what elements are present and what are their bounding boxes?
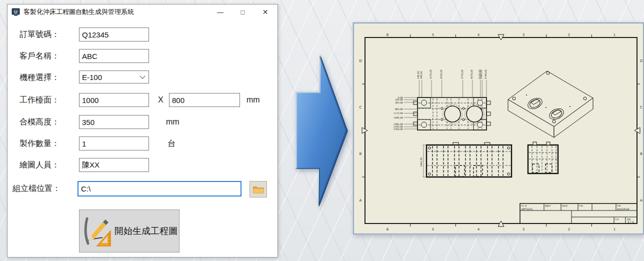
- plan-view-top-dimensions: 140,00 360,00 1170,00 2020,00 3770,00 45…: [417, 70, 487, 97]
- dimension-label: 165,00: [395, 98, 403, 101]
- zone-letter: C: [360, 106, 362, 110]
- process-arrow-icon: [284, 52, 350, 208]
- dimension-label: 5740,00: [484, 70, 487, 79]
- titleblock-approver-label: 核准者: [562, 204, 568, 207]
- zone-number: 3: [522, 228, 524, 232]
- zone-letter: A: [360, 198, 362, 202]
- browse-folder-button[interactable]: [250, 181, 267, 198]
- worktable-label: 工作檯面：: [20, 93, 60, 107]
- titleblock-designer-label: 設計者: [522, 204, 528, 207]
- worktable-separator: X: [158, 93, 164, 107]
- desktop-background: 客製化沖床工程圖自動生成與管理系統 — □ ✕ 訂單號碼： 客戶名稱： 機種選擇…: [0, 0, 644, 261]
- worktable-depth-input[interactable]: [169, 93, 240, 107]
- titleblock-date-label: 日期: [579, 204, 583, 207]
- worktable-unit: mm: [246, 93, 260, 107]
- die-height-input[interactable]: [79, 115, 149, 129]
- dimension-label: 1985,00: [394, 123, 403, 126]
- quantity-unit: 台: [168, 136, 176, 150]
- zone-number: 5: [432, 33, 434, 37]
- close-button[interactable]: ✕: [254, 4, 276, 20]
- dimension-label: 1175,00: [394, 112, 403, 114]
- zone-letter: A: [640, 198, 642, 202]
- generate-drawing-button[interactable]: 開始生成工程圖: [79, 210, 180, 252]
- title-block: 設計者 HM71201 檢查者 核准者 日期 日期 2022/6/24 比例 頁…: [520, 204, 637, 224]
- app-icon: [12, 8, 20, 16]
- maximize-button[interactable]: □: [232, 4, 254, 20]
- zone-number: 2: [568, 228, 570, 232]
- titleblock-checker-label: 檢查者: [545, 204, 551, 207]
- drafting-icon: [84, 214, 112, 248]
- zone-number: 6: [386, 228, 389, 232]
- titleblock-date-value: 2022/6/24: [617, 208, 630, 210]
- assembly-path-input[interactable]: [78, 181, 242, 196]
- chevron-down-icon: [140, 73, 145, 78]
- dimension-label: 4570,00: [470, 70, 473, 79]
- zone-number: 1: [614, 33, 616, 37]
- dimension-label: 5380,00: [480, 70, 482, 79]
- zone-number: 3: [522, 33, 524, 37]
- dimension-label: 140,00: [417, 71, 420, 79]
- dimension-label: 365,00: [395, 102, 403, 104]
- titleblock-scale-label: 比例: [615, 218, 619, 220]
- quantity-input[interactable]: [79, 136, 149, 150]
- customer-name-label: 客戶名稱：: [20, 49, 60, 63]
- zone-letter: B: [360, 152, 362, 156]
- worktable-width-input[interactable]: [79, 93, 149, 107]
- app-window: 客製化沖床工程圖自動生成與管理系統 — □ ✕ 訂單號碼： 客戶名稱： 機種選擇…: [7, 4, 278, 258]
- folder-icon: [252, 184, 264, 194]
- dimension-label: 1485,00: [394, 116, 403, 119]
- dimension-label: 2350,00: [394, 128, 403, 130]
- drawing-preview-panel: 6 5 4 3 2 1 6 5 4 3 2 1 D C B A D C B A: [353, 22, 644, 234]
- minimize-button[interactable]: —: [209, 4, 232, 20]
- engineering-drawing-sheet: 6 5 4 3 2 1 6 5 4 3 2 1 D C B A D C B A: [354, 24, 643, 234]
- zone-number: 5: [432, 228, 434, 232]
- dimension-label: 2020,00: [440, 70, 442, 79]
- window-title: 客製化沖床工程圖自動生成與管理系統: [24, 8, 134, 16]
- assembly-path-label: 組立檔位置：: [12, 182, 60, 196]
- titleblock-sheet-value: 1 / 1: [628, 220, 634, 224]
- zone-letter: D: [359, 59, 362, 63]
- order-number-label: 訂單號碼：: [20, 28, 60, 42]
- zone-number: 6: [386, 33, 389, 37]
- model-select-label: 機種選擇：: [20, 70, 60, 84]
- zone-number: 1: [614, 228, 616, 232]
- sheet-frame: 6 5 4 3 2 1 6 5 4 3 2 1 D C B A D C B A: [359, 33, 642, 232]
- dimension-label: 360,00: [420, 71, 422, 79]
- dimension-label: 865,00: [395, 108, 403, 110]
- isometric-view: [508, 71, 593, 138]
- zone-letter: C: [640, 106, 642, 110]
- plan-view: [414, 98, 490, 130]
- drafter-input[interactable]: [79, 158, 149, 172]
- dimension-label: 3770,00: [461, 70, 464, 79]
- dimension-label: 1170,00: [430, 70, 432, 79]
- model-select[interactable]: E-100: [79, 70, 149, 84]
- zone-number: 2: [568, 33, 570, 37]
- die-height-unit: mm: [166, 115, 180, 129]
- die-height-label: 合模高度：: [20, 115, 60, 129]
- generate-button-label: 開始生成工程圖: [114, 225, 178, 237]
- customer-name-input[interactable]: [79, 49, 149, 63]
- model-select-value: E-100: [82, 73, 102, 82]
- zone-number: 4: [478, 228, 480, 232]
- titleblock-sheet-label: 頁數: [627, 218, 631, 220]
- zone-number: 4: [478, 33, 480, 37]
- front-view: 1661,00: [420, 142, 512, 177]
- zone-letter: D: [640, 59, 642, 63]
- dimension-label: 1661,00: [420, 157, 422, 166]
- drafter-label: 繪圖人員：: [20, 158, 60, 172]
- titleblock-date-label: 日期: [617, 204, 621, 207]
- side-view: [528, 142, 558, 174]
- quantity-label: 製作數量：: [20, 136, 60, 150]
- window-titlebar[interactable]: 客製化沖床工程圖自動生成與管理系統 — □ ✕: [8, 4, 278, 20]
- order-number-input[interactable]: [79, 28, 149, 42]
- titleblock-designer-value: HM71201: [522, 208, 533, 210]
- zone-letter: B: [640, 152, 642, 156]
